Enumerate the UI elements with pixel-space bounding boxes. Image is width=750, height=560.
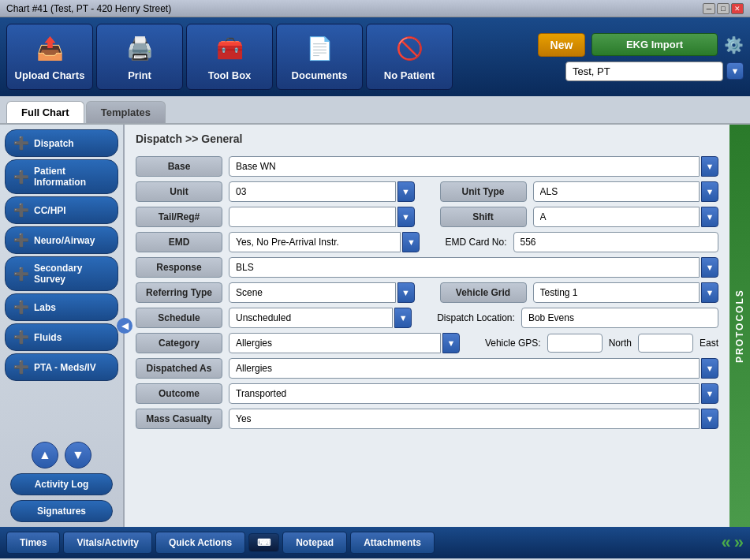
base-input[interactable]	[229, 156, 700, 177]
emd-label: EMD	[136, 232, 222, 252]
shift-label: Shift	[440, 207, 527, 227]
sidebar-item-label: Secondary Survey	[34, 263, 110, 285]
activity-log-button[interactable]: Activity Log	[10, 473, 113, 495]
plus-icon: ➕	[13, 330, 29, 345]
base-dropdown-button[interactable]: ▼	[701, 156, 718, 177]
sidebar-item-label: PTA - Meds/IV	[34, 362, 96, 373]
close-button[interactable]: ✕	[731, 3, 744, 14]
category-input[interactable]	[229, 333, 441, 353]
outcome-label: Outcome	[136, 383, 222, 404]
response-input[interactable]	[229, 257, 700, 278]
vehicle-gps-east-input[interactable]	[638, 334, 693, 353]
bottom-tab-attachments[interactable]: Attachments	[350, 532, 435, 554]
ekg-import-button[interactable]: EKG Import	[591, 33, 718, 56]
upload-charts-icon: 📤	[34, 33, 65, 65]
vehicle-grid-dropdown-button[interactable]: ▼	[701, 282, 718, 303]
sidebar-item-label: Neuro/Airway	[34, 235, 95, 246]
tool-box-icon: 🧰	[214, 33, 245, 65]
sidebar-item-cc-hpi[interactable]: ➕ CC/HPI	[5, 196, 118, 224]
sidebar-item-secondary-survey[interactable]: ➕ Secondary Survey	[5, 256, 118, 291]
outcome-input[interactable]	[229, 383, 700, 404]
vehicle-grid-input[interactable]	[533, 282, 700, 303]
title-bar-buttons: ─ □ ✕	[703, 3, 744, 14]
base-label: Base	[136, 156, 222, 177]
category-label: Category	[136, 333, 222, 353]
form-row-schedule: Schedule ▼ Dispatch Location:	[136, 308, 718, 328]
tail-input[interactable]	[229, 207, 396, 227]
bottom-tab-keyboard[interactable]: ⌨	[248, 533, 279, 552]
patient-dropdown-button[interactable]: ▼	[726, 62, 744, 80]
corner-icon: ⚙️	[724, 35, 744, 54]
tab-full-chart[interactable]: Full Chart	[6, 101, 84, 123]
sidebar-item-neuro-airway[interactable]: ➕ Neuro/Airway	[5, 226, 118, 254]
bottom-tab-vitals-activity[interactable]: Vitals/Activity	[63, 532, 151, 554]
mass-casualty-input[interactable]	[229, 409, 700, 429]
bottom-tab-times[interactable]: Times	[6, 532, 60, 554]
referring-type-dropdown-button[interactable]: ▼	[397, 282, 415, 303]
no-patient-icon: 🚫	[394, 33, 425, 65]
response-dropdown-button[interactable]: ▼	[701, 257, 718, 278]
unit-input[interactable]	[229, 181, 396, 202]
vehicle-gps-north-input[interactable]	[547, 334, 603, 353]
patient-select-input[interactable]	[565, 62, 723, 81]
bottom-nav-forward-button[interactable]: »	[734, 532, 744, 553]
no-patient-button[interactable]: 🚫 No Patient	[366, 24, 453, 90]
print-button[interactable]: 🖨️ Print	[96, 24, 183, 90]
schedule-dropdown-button[interactable]: ▼	[394, 308, 412, 328]
referring-type-field-group: ▼	[229, 282, 415, 303]
sidebar-collapse-button[interactable]: ◀	[117, 318, 132, 334]
mass-casualty-dropdown-button[interactable]: ▼	[701, 409, 718, 429]
category-dropdown-button[interactable]: ▼	[442, 333, 460, 353]
form-row-mass-casualty: Mass Casualty ▼	[136, 409, 718, 429]
emd-dropdown-button[interactable]: ▼	[402, 232, 420, 252]
bottom-nav-back-button[interactable]: «	[722, 532, 731, 553]
response-label: Response	[136, 257, 222, 278]
tail-dropdown-button[interactable]: ▼	[397, 207, 415, 227]
unit-type-dropdown-button[interactable]: ▼	[701, 181, 718, 202]
sidebar: ➕ Dispatch ➕ Patient Information ➕ CC/HP…	[0, 125, 125, 527]
documents-icon: 📄	[304, 33, 335, 65]
bottom-tab-quick-actions[interactable]: Quick Actions	[155, 532, 245, 554]
schedule-input[interactable]	[229, 308, 393, 328]
plus-icon: ➕	[13, 267, 29, 282]
mass-casualty-field-group: ▼	[229, 409, 718, 429]
form-grid: Base ▼ Unit ▼ Unit Type	[136, 156, 718, 429]
sidebar-item-fluids[interactable]: ➕ Fluids	[5, 323, 118, 351]
dispatched-as-dropdown-button[interactable]: ▼	[701, 358, 718, 379]
unit-dropdown-button[interactable]: ▼	[397, 181, 415, 202]
minimize-button[interactable]: ─	[703, 3, 715, 14]
shift-dropdown-button[interactable]: ▼	[701, 207, 718, 227]
sidebar-item-pta-meds[interactable]: ➕ PTA - Meds/IV	[5, 353, 118, 381]
tab-row: Full Chart Templates	[0, 96, 750, 125]
nav-up-button[interactable]: ▲	[32, 442, 58, 469]
shift-input[interactable]	[533, 207, 700, 227]
dispatched-as-input[interactable]	[229, 358, 700, 379]
maximize-button[interactable]: □	[717, 3, 729, 14]
sidebar-item-dispatch[interactable]: ➕ Dispatch	[5, 129, 118, 157]
form-row-dispatched-as: Dispatched As ▼	[136, 358, 718, 379]
tab-templates[interactable]: Templates	[86, 101, 166, 123]
upload-charts-button[interactable]: 📤 Upload Charts	[6, 24, 93, 90]
documents-button[interactable]: 📄 Documents	[276, 24, 363, 90]
sidebar-item-patient-information[interactable]: ➕ Patient Information	[5, 159, 118, 194]
emd-card-input[interactable]	[513, 232, 718, 252]
tail-label: Tail/Reg#	[136, 207, 222, 227]
referring-type-label: Referring Type	[136, 282, 222, 303]
outcome-dropdown-button[interactable]: ▼	[701, 383, 718, 404]
tool-box-button[interactable]: 🧰 Tool Box	[186, 24, 273, 90]
protocols-tab[interactable]: PROTOCOLS	[729, 125, 750, 527]
referring-type-input[interactable]	[229, 282, 396, 303]
emd-input[interactable]	[229, 232, 401, 252]
content-wrapper: Dispatch >> General Base ▼ Unit ▼	[125, 125, 750, 527]
bottom-tab-notepad[interactable]: Notepad	[282, 532, 347, 554]
sidebar-item-label: CC/HPI	[34, 205, 66, 216]
nav-down-button[interactable]: ▼	[65, 442, 91, 469]
nav-arrows: ▲ ▼	[32, 442, 91, 469]
signatures-button[interactable]: Signatures	[10, 500, 113, 522]
unit-type-input[interactable]	[533, 181, 700, 202]
new-button[interactable]: New	[538, 33, 585, 57]
upload-charts-label: Upload Charts	[15, 69, 85, 81]
sidebar-item-labs[interactable]: ➕ Labs	[5, 293, 118, 321]
window-title: Chart #41 (Test, PT - 420 Henry Street)	[6, 3, 171, 14]
dispatch-location-input[interactable]	[521, 308, 718, 328]
